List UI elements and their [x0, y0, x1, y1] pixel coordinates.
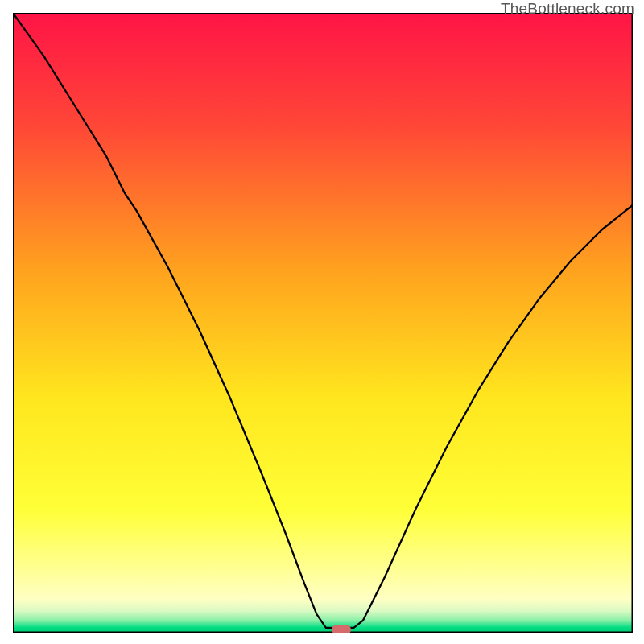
chart-svg — [13, 13, 633, 633]
plot-area — [13, 13, 633, 633]
watermark-text: TheBottleneck.com — [501, 0, 634, 18]
gradient-background — [13, 13, 633, 633]
chart-canvas: TheBottleneck.com — [0, 0, 644, 644]
optimal-marker — [332, 625, 351, 633]
